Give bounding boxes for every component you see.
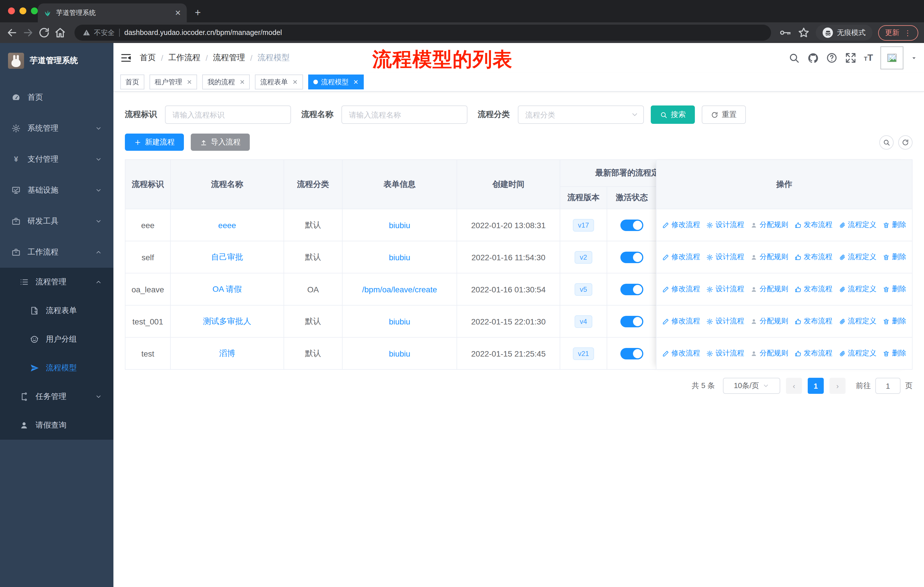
process-definition-link[interactable]: 流程定义 — [839, 220, 876, 230]
update-button[interactable]: 更新 ⋮ — [878, 25, 918, 40]
version-badge[interactable]: v2 — [574, 251, 592, 263]
sidebar-item-流程管理[interactable]: 流程管理 — [0, 268, 114, 296]
tag-我的流程[interactable]: 我的流程✕ — [202, 74, 250, 89]
new-tab-button[interactable]: + — [195, 7, 201, 19]
import-process-button[interactable]: 导入流程 — [191, 134, 250, 151]
model-name-link[interactable]: OA 请假 — [213, 284, 242, 294]
search-button[interactable]: 搜索 — [651, 106, 695, 124]
model-name-link[interactable]: 滔博 — [219, 348, 235, 359]
delete-process-link[interactable]: 删除 — [883, 349, 906, 358]
version-badge[interactable]: v4 — [574, 315, 592, 327]
current-page-button[interactable]: 1 — [808, 378, 824, 394]
version-badge[interactable]: v21 — [573, 347, 594, 360]
assign-rule-link[interactable]: 分配规则 — [751, 252, 788, 262]
tag-close-icon[interactable]: ✕ — [239, 78, 244, 86]
app-logo-row[interactable]: 芋道管理系统 — [0, 46, 114, 75]
process-name-input[interactable] — [342, 106, 467, 124]
sidebar-item-研发工具[interactable]: 研发工具 — [0, 206, 114, 237]
tag-流程模型[interactable]: 流程模型✕ — [308, 74, 363, 89]
security-status[interactable]: 不安全 — [82, 28, 115, 38]
edit-process-link[interactable]: 修改流程 — [662, 316, 700, 326]
github-icon[interactable] — [807, 52, 818, 64]
edit-process-link[interactable]: 修改流程 — [662, 252, 700, 262]
sidebar-item-首页[interactable]: 首页 — [0, 82, 114, 113]
url-bar[interactable]: 不安全 dashboard.yudao.iocoder.cn/bpm/manag… — [74, 25, 771, 41]
edit-process-link[interactable]: 修改流程 — [662, 349, 700, 358]
window-controls[interactable] — [8, 7, 38, 14]
publish-process-link[interactable]: 发布流程 — [795, 284, 832, 294]
toggle-search-button[interactable] — [879, 135, 894, 149]
url-text[interactable]: dashboard.yudao.iocoder.cn/bpm/manager/m… — [124, 29, 282, 37]
active-toggle[interactable] — [620, 283, 643, 295]
sidebar-item-流程模型[interactable]: 流程模型 — [0, 354, 114, 382]
breadcrumb-process-manage[interactable]: 流程管理 — [213, 53, 245, 63]
active-toggle[interactable] — [620, 316, 643, 327]
model-name-link[interactable]: 自己审批 — [211, 252, 243, 262]
help-icon[interactable] — [826, 52, 838, 64]
sidebar-item-支付管理[interactable]: ¥ 支付管理 — [0, 144, 114, 175]
edit-process-link[interactable]: 修改流程 — [662, 220, 700, 230]
version-badge[interactable]: v17 — [573, 219, 594, 231]
active-toggle[interactable] — [620, 219, 643, 231]
publish-process-link[interactable]: 发布流程 — [795, 252, 832, 262]
process-definition-link[interactable]: 流程定义 — [839, 316, 876, 326]
avatar-caret-down-icon[interactable] — [911, 55, 917, 61]
design-process-link[interactable]: 设计流程 — [706, 220, 744, 230]
tab-close-icon[interactable]: ✕ — [175, 8, 181, 17]
assign-rule-link[interactable]: 分配规则 — [751, 220, 788, 230]
delete-process-link[interactable]: 删除 — [883, 220, 906, 230]
close-window-button[interactable] — [8, 7, 15, 14]
assign-rule-link[interactable]: 分配规则 — [751, 316, 788, 326]
assign-rule-link[interactable]: 分配规则 — [751, 349, 788, 358]
assign-rule-link[interactable]: 分配规则 — [751, 284, 788, 294]
prev-page-button[interactable]: ‹ — [786, 378, 802, 394]
form-link[interactable]: biubiu — [389, 220, 411, 230]
font-size-icon[interactable]: TT — [864, 53, 873, 63]
browser-menu-icon[interactable]: ⋮ — [904, 28, 911, 37]
search-icon[interactable] — [788, 52, 800, 64]
tag-租户管理[interactable]: 租户管理✕ — [150, 74, 197, 89]
home-icon[interactable] — [54, 26, 66, 39]
page-size-select[interactable]: 10条/页 — [723, 378, 780, 394]
model-name-link[interactable]: 测试多审批人 — [203, 316, 251, 326]
tag-close-icon[interactable]: ✕ — [353, 78, 358, 86]
tag-流程表单[interactable]: 流程表单✕ — [255, 74, 303, 89]
next-page-button[interactable]: › — [830, 378, 845, 394]
publish-process-link[interactable]: 发布流程 — [795, 349, 832, 358]
fullscreen-icon[interactable] — [845, 52, 856, 64]
tag-首页[interactable]: 首页 — [120, 74, 144, 89]
minimize-window-button[interactable] — [20, 7, 26, 14]
refresh-table-button[interactable] — [898, 135, 912, 149]
edit-process-link[interactable]: 修改流程 — [662, 284, 700, 294]
collapse-sidebar-icon[interactable] — [120, 52, 132, 64]
form-link[interactable]: biubiu — [389, 349, 411, 358]
version-badge[interactable]: v5 — [574, 283, 592, 296]
reload-icon[interactable] — [38, 26, 50, 39]
tag-close-icon[interactable]: ✕ — [292, 78, 298, 86]
form-link[interactable]: /bpm/oa/leave/create — [362, 284, 437, 294]
design-process-link[interactable]: 设计流程 — [706, 284, 744, 294]
process-category-select[interactable] — [518, 106, 644, 124]
design-process-link[interactable]: 设计流程 — [706, 349, 744, 358]
publish-process-link[interactable]: 发布流程 — [795, 316, 832, 326]
back-icon[interactable] — [6, 26, 18, 39]
sidebar-item-请假查询[interactable]: 请假查询 — [0, 411, 114, 440]
sidebar-item-基础设施[interactable]: 基础设施 — [0, 175, 114, 206]
design-process-link[interactable]: 设计流程 — [706, 252, 744, 262]
maximize-window-button[interactable] — [31, 7, 38, 14]
user-avatar[interactable] — [881, 46, 903, 69]
browser-tab[interactable]: 芋道管理系统 ✕ — [38, 3, 187, 22]
sidebar-item-系统管理[interactable]: 系统管理 — [0, 113, 114, 144]
sidebar-item-工作流程[interactable]: 工作流程 — [0, 237, 114, 268]
delete-process-link[interactable]: 删除 — [883, 252, 906, 262]
sidebar-item-用户分组[interactable]: 用户分组 — [0, 325, 114, 354]
sidebar-item-流程表单[interactable]: 流程表单 — [0, 296, 114, 325]
tag-close-icon[interactable]: ✕ — [187, 78, 192, 86]
sidebar-item-任务管理[interactable]: 任务管理 — [0, 382, 114, 411]
delete-process-link[interactable]: 删除 — [883, 316, 906, 326]
forward-icon[interactable] — [22, 26, 35, 39]
breadcrumb-workflow[interactable]: 工作流程 — [168, 53, 201, 63]
process-definition-link[interactable]: 流程定义 — [839, 252, 876, 262]
design-process-link[interactable]: 设计流程 — [706, 316, 744, 326]
create-process-button[interactable]: 新建流程 — [125, 134, 184, 151]
